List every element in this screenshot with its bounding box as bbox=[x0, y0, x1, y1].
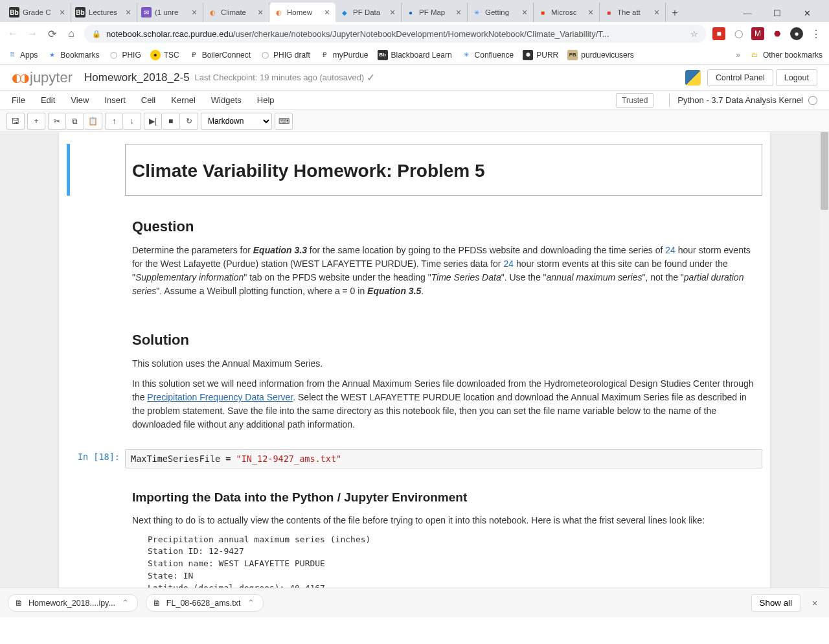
minimize-icon[interactable]: — bbox=[738, 4, 756, 22]
close-window-icon[interactable]: ✕ bbox=[798, 4, 816, 22]
extension-icon[interactable]: ■ bbox=[712, 27, 725, 40]
bookmark-item[interactable]: ⬢PURR bbox=[523, 50, 558, 60]
pfds-link[interactable]: Precipitation Frequency Data Server bbox=[147, 392, 293, 402]
browser-tab[interactable]: ■The att× bbox=[600, 3, 666, 22]
chevron-up-icon[interactable]: ⌃ bbox=[246, 598, 256, 608]
close-icon[interactable]: × bbox=[323, 8, 332, 17]
menu-insert[interactable]: Insert bbox=[97, 95, 133, 105]
address-bar[interactable]: 🔒 notebook.scholar.rcac.purdue.edu/user/… bbox=[84, 25, 706, 43]
reload-icon[interactable]: ⟳ bbox=[45, 27, 58, 40]
close-icon[interactable]: × bbox=[190, 8, 199, 17]
stop-button[interactable]: ■ bbox=[162, 113, 180, 130]
trusted-badge[interactable]: Trusted bbox=[616, 93, 653, 108]
control-panel-button[interactable]: Control Panel bbox=[707, 69, 773, 86]
bookmark-item[interactable]: ◯PHIG bbox=[108, 50, 141, 60]
kernel-name[interactable]: Python - 3.7 Data Analysis Kernel bbox=[677, 95, 817, 105]
browser-tab[interactable]: BbGrade C× bbox=[5, 3, 71, 22]
show-all-button[interactable]: Show all bbox=[751, 594, 801, 612]
cut-button[interactable]: ✂ bbox=[48, 113, 66, 130]
python-logo-icon[interactable] bbox=[685, 70, 701, 86]
forward-icon[interactable]: → bbox=[26, 27, 39, 40]
apps-button[interactable]: ⠿Apps bbox=[6, 50, 38, 60]
restart-button[interactable]: ↻ bbox=[180, 113, 198, 130]
menu-cell[interactable]: Cell bbox=[133, 95, 163, 105]
browser-tab[interactable]: ■Microsc× bbox=[534, 3, 600, 22]
favicon-icon: Bb bbox=[378, 50, 388, 60]
browser-tab[interactable]: ◐Climate× bbox=[203, 3, 269, 22]
add-cell-button[interactable]: + bbox=[27, 113, 45, 130]
close-icon[interactable]: × bbox=[586, 8, 595, 17]
code-input[interactable]: MaxTimeSeriesFile = "IN_12-9427_ams.txt" bbox=[125, 449, 762, 468]
close-icon[interactable]: × bbox=[454, 8, 463, 17]
favicon-icon: ✳ bbox=[471, 7, 482, 17]
bookmark-item[interactable]: ✳Confluence bbox=[461, 50, 514, 60]
menu-widgets[interactable]: Widgets bbox=[203, 95, 249, 105]
chevron-up-icon[interactable]: ⌃ bbox=[120, 598, 131, 608]
browser-tab[interactable]: ◆PF Data× bbox=[335, 3, 402, 22]
bookmark-star-icon[interactable]: ☆ bbox=[690, 29, 698, 39]
other-bookmarks[interactable]: 🗀Other bookmarks bbox=[749, 50, 823, 60]
favicon-icon: ⬢ bbox=[523, 50, 533, 60]
markdown-cell[interactable]: Solution This solution uses the Annual M… bbox=[63, 316, 766, 443]
close-icon[interactable]: × bbox=[58, 8, 67, 17]
jupyter-logo[interactable]: ◐◑jupyter bbox=[12, 69, 73, 86]
close-icon[interactable]: × bbox=[256, 8, 265, 17]
extension-icon[interactable]: ⬣ bbox=[771, 27, 784, 40]
favicon-icon: ₽ bbox=[319, 50, 330, 60]
notebook-name[interactable]: Homework_2018_2-5 bbox=[84, 71, 190, 84]
home-icon[interactable]: ⌂ bbox=[65, 27, 78, 40]
markdown-cell[interactable]: Climate Variability Homework: Problem 5 bbox=[63, 144, 766, 196]
bookmarks-overflow-icon[interactable]: » bbox=[736, 51, 740, 60]
menu-icon[interactable]: ⋮ bbox=[810, 27, 823, 40]
logout-button[interactable]: Logout bbox=[776, 69, 817, 86]
bookmark-label: Blackboard Learn bbox=[391, 51, 452, 60]
maximize-icon[interactable]: ☐ bbox=[768, 4, 786, 22]
scrollbar-thumb[interactable] bbox=[821, 132, 828, 210]
scrollbar[interactable] bbox=[820, 132, 829, 588]
bookmark-item[interactable]: ●TSC bbox=[150, 50, 179, 60]
paste-button[interactable]: 📋 bbox=[84, 113, 102, 130]
save-button[interactable]: 🖫 bbox=[6, 113, 25, 130]
solution-heading: Solution bbox=[132, 329, 755, 351]
run-button[interactable]: ▶| bbox=[144, 113, 162, 130]
browser-tab[interactable]: ✉(1 unre× bbox=[137, 3, 203, 22]
command-palette-button[interactable]: ⌨ bbox=[275, 113, 293, 130]
menu-help[interactable]: Help bbox=[249, 95, 282, 105]
bookmark-item[interactable]: ★Bookmarks bbox=[47, 50, 99, 60]
download-item[interactable]: 🗎Homework_2018....ipy...⌃ bbox=[8, 594, 138, 612]
browser-tab[interactable]: ✳Getting× bbox=[468, 3, 534, 22]
move-down-button[interactable]: ↓ bbox=[123, 113, 141, 130]
menu-kernel[interactable]: Kernel bbox=[163, 95, 203, 105]
copy-button[interactable]: ⧉ bbox=[66, 113, 84, 130]
close-icon[interactable]: × bbox=[388, 8, 397, 17]
bookmark-item[interactable]: ₽BoilerConnect bbox=[188, 50, 251, 60]
bookmark-item[interactable]: BbBlackboard Learn bbox=[378, 50, 452, 60]
download-item[interactable]: 🗎FL_08-6628_ams.txt⌃ bbox=[146, 594, 264, 612]
markdown-cell[interactable]: Importing the Data into the Python / Jup… bbox=[63, 475, 766, 588]
checkpoint-status: Last Checkpoint: 19 minutes ago (autosav… bbox=[195, 73, 365, 82]
close-icon[interactable]: × bbox=[124, 8, 133, 17]
avatar[interactable]: ● bbox=[790, 27, 803, 40]
close-icon[interactable]: × bbox=[808, 598, 821, 608]
extension-icon[interactable]: ◯ bbox=[732, 27, 745, 40]
menu-view[interactable]: View bbox=[63, 95, 97, 105]
bookmark-item[interactable]: ◯PHIG draft bbox=[260, 50, 310, 60]
extension-icon[interactable]: M bbox=[751, 27, 764, 40]
bookmark-label: Bookmarks bbox=[60, 51, 99, 60]
markdown-cell[interactable]: Question Determine the parameters for Eq… bbox=[63, 202, 766, 309]
bookmark-item[interactable]: PBpurduevicusers bbox=[567, 50, 633, 60]
cell-type-select[interactable]: Markdown bbox=[201, 113, 272, 130]
close-icon[interactable]: × bbox=[652, 8, 661, 17]
browser-tab-active[interactable]: ◐Homew× bbox=[269, 3, 335, 22]
browser-tab[interactable]: BbLectures× bbox=[71, 3, 137, 22]
back-icon[interactable]: ← bbox=[6, 27, 19, 40]
move-up-button[interactable]: ↑ bbox=[105, 113, 123, 130]
close-icon[interactable]: × bbox=[520, 8, 529, 17]
code-cell[interactable]: In [18]: MaxTimeSeriesFile = "IN_12-9427… bbox=[63, 449, 766, 468]
new-tab-button[interactable]: + bbox=[666, 4, 684, 22]
browser-tab[interactable]: ●PF Map× bbox=[402, 3, 468, 22]
menu-edit[interactable]: Edit bbox=[33, 95, 63, 105]
menu-file[interactable]: File bbox=[12, 95, 33, 105]
bookmark-item[interactable]: ₽myPurdue bbox=[319, 50, 369, 60]
favicon-icon: ◆ bbox=[339, 7, 350, 17]
